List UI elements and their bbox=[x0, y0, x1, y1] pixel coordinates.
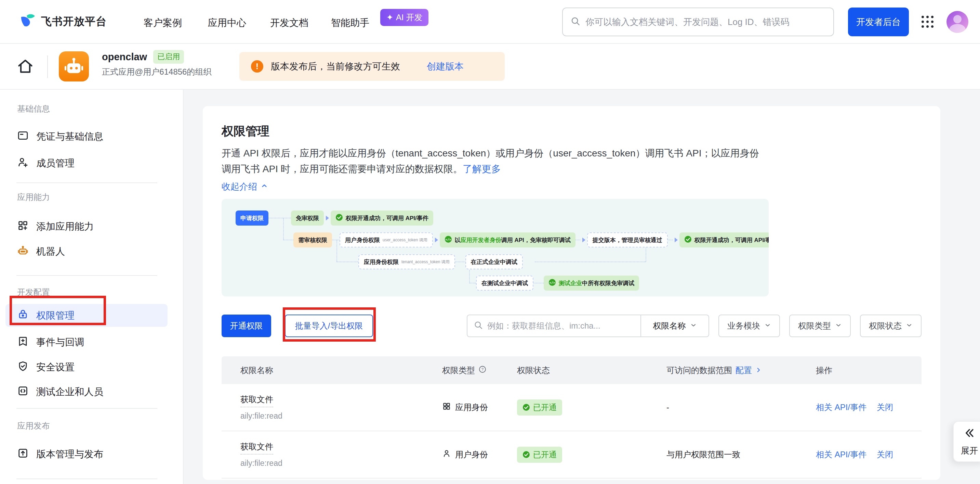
svg-text:</>: </> bbox=[445, 237, 451, 241]
double-chevron-left-icon bbox=[964, 427, 975, 441]
sidebar-item-bot[interactable]: 机器人 bbox=[5, 242, 167, 262]
global-search-input[interactable] bbox=[585, 17, 826, 27]
select-permission-status[interactable]: 权限状态 bbox=[860, 315, 921, 337]
app-subtitle: 正式应用@用户614856的组织 bbox=[102, 66, 211, 77]
app-name: openclaw bbox=[102, 51, 147, 62]
banner-text: 版本发布后，当前修改方可生效 bbox=[271, 60, 400, 73]
flow-node-apply: 申请权限 bbox=[235, 211, 269, 225]
scope-config-link[interactable]: 配置 bbox=[735, 365, 752, 376]
search-icon bbox=[570, 16, 581, 28]
nav-item-cases[interactable]: 客户案例 bbox=[144, 16, 182, 29]
close-permission-link[interactable]: 关闭 bbox=[877, 449, 893, 460]
upload-square-icon bbox=[17, 447, 29, 462]
learn-more-link[interactable]: 了解更多 bbox=[463, 164, 501, 174]
id-card-icon bbox=[17, 130, 29, 144]
sidebar-item-version-release[interactable]: 版本管理与发布 bbox=[5, 444, 167, 464]
related-api-link[interactable]: 相关 API/事件 bbox=[816, 402, 867, 413]
flow-node-success-2: 权限开通成功，可调用 API/事件 bbox=[679, 232, 769, 248]
question-circle-icon[interactable]: ? bbox=[478, 365, 487, 375]
flow-node-success-1: 权限开通成功，可调用 API/事件 bbox=[331, 211, 433, 225]
permission-type: 用户身份 bbox=[442, 449, 517, 460]
bookmark-add-icon bbox=[17, 335, 29, 350]
ai-dev-badge[interactable]: ✦ AI 开发 bbox=[380, 9, 428, 26]
svg-text:?: ? bbox=[482, 367, 484, 371]
user-add-icon bbox=[17, 157, 29, 171]
arrow-icon bbox=[580, 236, 587, 243]
user-identity-icon bbox=[442, 449, 451, 460]
sidebar-item-add-capability[interactable]: 添加应用能力 bbox=[5, 217, 167, 236]
flow-node-user-identity: 用户身份权限 user_access_token 调用 bbox=[340, 232, 433, 248]
data-scope: 与用户权限范围一致 bbox=[667, 449, 816, 460]
related-api-link[interactable]: 相关 API/事件 bbox=[816, 449, 867, 460]
nav-item-app-center[interactable]: 应用中心 bbox=[208, 16, 246, 29]
chevron-down-icon bbox=[906, 321, 913, 331]
sidebar-item-permissions[interactable]: 权限管理 bbox=[5, 304, 167, 327]
arrow-icon bbox=[324, 215, 331, 222]
status-badge: 已开通 bbox=[517, 447, 562, 463]
permission-card: 权限管理 开通 API 权限后，应用才能以应用身份（tenant_access_… bbox=[203, 106, 940, 480]
nav-item-docs[interactable]: 开发文档 bbox=[270, 16, 309, 29]
col-permission-status: 权限状态 bbox=[517, 365, 667, 376]
status-badge: 已开通 bbox=[517, 399, 562, 415]
divider bbox=[16, 479, 157, 479]
chevron-down-icon bbox=[835, 321, 842, 331]
sidebar-item-credentials[interactable]: 凭证与基础信息 bbox=[5, 127, 167, 147]
divider bbox=[16, 408, 157, 409]
open-permission-button[interactable]: 开通权限 bbox=[221, 315, 271, 337]
nav-item-assistant[interactable]: 智能助手 bbox=[331, 16, 369, 29]
app-icon[interactable] bbox=[59, 51, 89, 81]
select-permission-name[interactable]: 权限名称 bbox=[641, 315, 708, 337]
chevron-up-icon bbox=[261, 181, 268, 192]
robot-icon bbox=[17, 245, 29, 259]
sparkle-icon: ✦ bbox=[387, 13, 393, 22]
lock-icon bbox=[17, 308, 29, 323]
chevron-down-icon bbox=[690, 321, 697, 331]
flow-node-test-free: </> 测试企业中所有权限免审调试 bbox=[544, 276, 639, 291]
user-avatar[interactable] bbox=[947, 11, 968, 33]
divider bbox=[16, 182, 157, 183]
sidebar-item-events[interactable]: 事件与回调 bbox=[5, 332, 167, 352]
flow-node-dev-call: </> 以应用开发者身份调用 API，免审核即可调试 bbox=[440, 232, 576, 248]
close-permission-link[interactable]: 关闭 bbox=[877, 402, 893, 413]
sidebar-item-test-enterprise[interactable]: 测试企业和人员 bbox=[5, 382, 167, 402]
section-label-dev-config: 开发配置 bbox=[17, 287, 50, 298]
global-search[interactable] bbox=[562, 8, 834, 36]
debug-circle-icon: </> bbox=[444, 235, 452, 245]
permission-name[interactable]: 获取文件 bbox=[240, 394, 273, 407]
col-actions: 操作 bbox=[816, 365, 921, 376]
col-permission-type: 权限类型 ? bbox=[442, 365, 517, 376]
permission-search[interactable] bbox=[468, 320, 640, 331]
select-business-module[interactable]: 业务模块 bbox=[718, 315, 780, 337]
home-icon[interactable] bbox=[16, 58, 34, 77]
sidebar-item-members[interactable]: 成员管理 bbox=[5, 153, 167, 173]
section-label-capability: 应用能力 bbox=[17, 192, 50, 203]
grid-add-icon bbox=[17, 220, 29, 234]
flow-node-app-identity: 应用身份权限 tenant_access_token 调用 bbox=[358, 254, 455, 269]
brand[interactable]: 飞书开放平台 bbox=[20, 13, 107, 30]
collapse-intro-link[interactable]: 收起介绍 bbox=[221, 180, 921, 193]
flow-node-need-review: 需审核权限 bbox=[293, 232, 332, 248]
filter-bar: 权限名称 业务模块 权限类型 权限状态 bbox=[467, 315, 921, 337]
section-label-release: 应用发布 bbox=[17, 420, 50, 431]
svg-text:</>: </> bbox=[549, 280, 555, 284]
create-version-link[interactable]: 创建版本 bbox=[427, 60, 464, 73]
check-circle-icon bbox=[684, 235, 692, 245]
divider bbox=[47, 56, 48, 78]
page-title: 权限管理 bbox=[221, 123, 921, 139]
batch-import-export-button[interactable]: 批量导入/导出权限 bbox=[285, 315, 373, 337]
check-circle-icon bbox=[336, 214, 343, 223]
version-warning-banner: ! 版本发布后，当前修改方可生效 创建版本 bbox=[239, 52, 505, 81]
search-icon bbox=[474, 320, 483, 331]
content-area: 权限管理 开通 API 权限后，应用才能以应用身份（tenant_access_… bbox=[184, 90, 980, 484]
permission-search-input[interactable] bbox=[487, 321, 634, 331]
permission-type: 应用身份 bbox=[442, 402, 517, 413]
feishu-logo-icon bbox=[20, 13, 35, 30]
sidebar-item-security[interactable]: 安全设置 bbox=[5, 357, 167, 377]
select-permission-type[interactable]: 权限类型 bbox=[789, 315, 851, 337]
avatar-person-icon bbox=[953, 15, 961, 23]
expand-panel-button[interactable]: 展开 bbox=[953, 421, 980, 462]
flow-node-formal-debug: 在正式企业中调试 bbox=[465, 254, 523, 269]
apps-grid-icon[interactable] bbox=[921, 16, 934, 28]
developer-console-button[interactable]: 开发者后台 bbox=[848, 8, 909, 36]
permission-name[interactable]: 获取文件 bbox=[240, 441, 273, 455]
